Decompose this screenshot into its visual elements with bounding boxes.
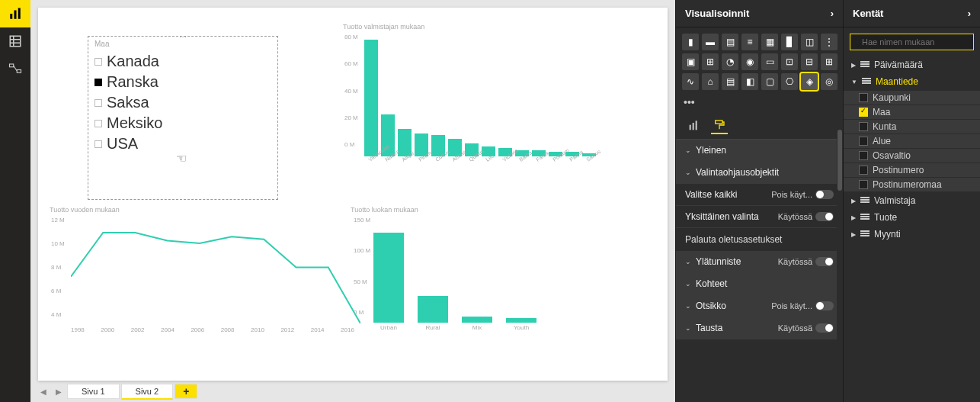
viz-type-button[interactable]: ⋮ <box>821 34 837 50</box>
slicer-item[interactable]: Meksiko <box>88 113 277 133</box>
field-table[interactable]: ▶Valmistaja <box>844 192 980 209</box>
format-tab[interactable] <box>711 117 728 134</box>
report-view-button[interactable] <box>0 0 30 27</box>
add-page-button[interactable]: + <box>175 384 197 399</box>
prev-page-button[interactable]: ◀ <box>37 384 50 399</box>
toggle-switch[interactable] <box>815 190 834 199</box>
viz-type-button[interactable]: ◫ <box>801 34 818 50</box>
paint-roller-icon <box>713 119 725 131</box>
viz-type-button[interactable]: ⎔ <box>781 73 798 90</box>
format-section-background[interactable]: ⌄TaustaKäytössä <box>676 317 843 339</box>
viz-type-button[interactable]: ▢ <box>761 73 778 90</box>
checkbox-icon[interactable] <box>859 166 868 175</box>
checkbox-icon[interactable] <box>94 99 102 107</box>
checkbox-icon[interactable] <box>859 122 868 131</box>
viz-type-button[interactable]: ▭ <box>761 53 778 70</box>
format-section-items[interactable]: ⌄Kohteet <box>676 273 843 295</box>
viz-type-button[interactable]: ◎ <box>821 73 837 90</box>
svg-rect-10 <box>690 125 691 130</box>
slicer-item[interactable]: Kanada <box>88 51 277 72</box>
field-table[interactable]: ▶Päivämäärä <box>844 56 980 73</box>
viz-type-button[interactable]: ⊡ <box>781 53 798 70</box>
chart-title: Tuotto valmistajan mukaan <box>343 23 640 31</box>
viz-type-button[interactable]: ≡ <box>741 34 758 50</box>
toggle-switch[interactable] <box>815 257 834 266</box>
format-section-selection[interactable]: ⌄Valintaohjausobjektit <box>676 162 843 184</box>
field-item[interactable]: Osavaltio <box>844 149 980 162</box>
search-box[interactable] <box>850 34 974 50</box>
format-section-general[interactable]: ⌄Yleinen <box>676 140 843 162</box>
slicer-visual[interactable]: ⋯ Maa Kanada Ranska Saksa Meksiko USA☜ <box>88 36 278 200</box>
field-table[interactable]: ▶Myynti <box>844 226 980 243</box>
toggle-switch[interactable] <box>815 212 834 221</box>
toggle-switch[interactable] <box>815 301 834 310</box>
model-icon <box>8 62 22 76</box>
scrollbar[interactable] <box>837 122 843 402</box>
search-icon <box>857 37 857 47</box>
checkbox-icon[interactable] <box>859 180 868 189</box>
report-page[interactable]: ⋯ Maa Kanada Ranska Saksa Meksiko USA☜ T… <box>38 8 668 381</box>
slicer-item[interactable]: USA☜ <box>88 133 277 154</box>
viz-type-button[interactable]: ◉ <box>741 53 758 70</box>
viz-type-button[interactable]: ∿ <box>682 73 699 90</box>
viz-type-button[interactable]: ⊞ <box>702 53 719 70</box>
checkbox-icon[interactable] <box>94 58 102 66</box>
field-item[interactable]: Maa <box>844 105 980 119</box>
toggle-switch[interactable] <box>815 323 834 333</box>
field-table[interactable]: ▼Maantiede <box>844 73 980 90</box>
table-icon <box>8 34 22 48</box>
viz-type-button[interactable]: ◈ <box>801 73 818 90</box>
svg-rect-13 <box>716 121 722 124</box>
select-all-toggle-row: Valitse kaikki Pois käyt... <box>676 184 843 206</box>
data-view-button[interactable] <box>0 27 30 55</box>
chevron-right-icon: ▶ <box>851 214 856 221</box>
chevron-right-icon: › <box>831 8 834 19</box>
viz-type-button[interactable]: ▊ <box>781 34 798 50</box>
viz-type-button[interactable]: ▤ <box>722 73 738 90</box>
model-view-button[interactable] <box>0 55 30 82</box>
checkbox-icon[interactable] <box>859 137 868 146</box>
checkbox-icon[interactable] <box>94 140 102 148</box>
restore-defaults-link[interactable]: Palauta oletusasetukset <box>676 228 843 251</box>
slicer-item[interactable]: Saksa <box>88 92 277 113</box>
more-visuals-button[interactable]: ••• <box>676 96 843 113</box>
search-input[interactable] <box>862 37 967 47</box>
field-item[interactable]: Postinumero <box>844 163 980 177</box>
format-section-header[interactable]: ⌄YlätunnisteKäytössä <box>676 251 843 273</box>
viz-type-button[interactable]: ⌂ <box>702 73 719 90</box>
page-tab[interactable]: Sivu 1 <box>67 384 120 399</box>
fields-tab[interactable] <box>685 117 702 134</box>
viz-type-button[interactable]: ◔ <box>722 53 738 70</box>
drag-handle-icon[interactable]: ⋯ <box>172 34 194 40</box>
checkbox-icon[interactable] <box>859 108 868 117</box>
format-section-title[interactable]: ⌄OtsikkoPois käyt... <box>676 295 843 317</box>
chevron-right-icon: ▶ <box>851 231 856 238</box>
fields-header[interactable]: Kentät › <box>844 0 980 27</box>
viz-type-button[interactable]: ▮ <box>682 34 699 50</box>
visualizations-header[interactable]: Visualisoinnit › <box>676 0 843 27</box>
viz-type-button[interactable]: ▦ <box>761 34 778 50</box>
field-item[interactable]: Alue <box>844 134 980 148</box>
checkbox-icon[interactable] <box>859 151 868 160</box>
chevron-down-icon: ▼ <box>851 79 857 85</box>
slicer-item[interactable]: Ranska <box>88 72 277 92</box>
viz-type-button[interactable]: ▣ <box>682 53 699 70</box>
viz-type-button[interactable]: ⊟ <box>801 53 818 70</box>
checkbox-icon[interactable] <box>94 79 102 86</box>
field-table[interactable]: ▶Tuote <box>844 209 980 226</box>
table-icon <box>860 230 870 238</box>
viz-type-button[interactable]: ▤ <box>722 34 738 50</box>
field-item[interactable]: Postinumeromaa <box>844 178 980 191</box>
checkbox-icon[interactable] <box>94 120 102 127</box>
next-page-button[interactable]: ▶ <box>52 384 66 399</box>
field-item[interactable]: Kaupunki <box>844 91 980 105</box>
viz-type-button[interactable]: ▬ <box>702 34 719 50</box>
checkbox-icon[interactable] <box>859 93 868 102</box>
page-tab[interactable]: Sivu 2 <box>121 384 174 400</box>
yearly-revenue-chart[interactable]: Tuotto vuoden mukaan 12 M10 M8 M6 M4 M 1… <box>50 206 354 333</box>
viz-type-button[interactable]: ◧ <box>741 73 758 90</box>
viz-type-button[interactable]: ⊞ <box>821 53 837 70</box>
category-revenue-chart[interactable]: Tuotto luokan mukaan 150 M100 M50 M0 M U… <box>351 206 640 331</box>
manufacturer-revenue-chart[interactable]: Tuotto valmistajan mukaan 80 M60 M40 M20… <box>343 23 640 163</box>
field-item[interactable]: Kunta <box>844 120 980 133</box>
